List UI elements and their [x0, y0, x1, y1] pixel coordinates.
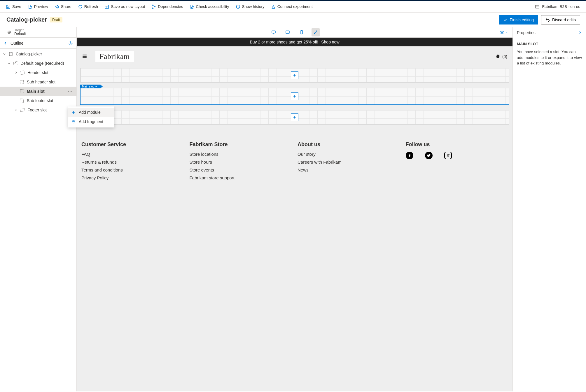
slot-icon: [19, 79, 25, 85]
cart-count: (0): [502, 54, 507, 59]
share-icon: [55, 4, 59, 9]
save-as-layout-label: Save as new layout: [111, 4, 145, 9]
svg-point-24: [501, 32, 503, 33]
add-button[interactable]: [291, 71, 298, 79]
svg-point-26: [449, 154, 449, 155]
tree-footer-slot[interactable]: Footer slot: [0, 105, 76, 115]
add-module-item[interactable]: Add module: [68, 108, 114, 117]
status-badge: Draft: [50, 17, 62, 22]
target-row[interactable]: Target Default: [0, 27, 76, 38]
discard-edits-button[interactable]: Discard edits: [541, 15, 580, 24]
canvas-column: Buy 2 or more shoes and get 25% off! Sho…: [77, 27, 512, 391]
save-as-layout-button[interactable]: Save as new layout: [104, 4, 145, 9]
device-mobile[interactable]: [298, 28, 306, 36]
footer-link[interactable]: Terms and conditions: [81, 167, 184, 172]
tree-root-label: Catalog-picker: [16, 52, 42, 56]
device-expand[interactable]: [312, 28, 320, 36]
dependencies-label: Dependencies: [158, 4, 183, 9]
outline-tree: Catalog-picker Default page (Required) H…: [0, 49, 76, 115]
properties-panel: Properties MAIN SLOT You have selected a…: [512, 27, 586, 391]
save-label: Save: [12, 4, 21, 9]
plus-icon: [293, 94, 297, 98]
slot-tag[interactable]: Main slot: [80, 85, 103, 88]
footer-link[interactable]: Store events: [190, 167, 292, 172]
chevron-down-icon: [505, 31, 508, 34]
tree-main-slot[interactable]: Main slot ···: [0, 87, 76, 96]
footer-slot-label: Footer slot: [27, 108, 47, 112]
main-slot-box[interactable]: Main slot: [80, 88, 509, 105]
share-button[interactable]: Share: [55, 4, 71, 9]
undo-icon: [545, 18, 550, 22]
site-header: Fabrikam (0): [77, 46, 512, 67]
tree-root[interactable]: Catalog-picker: [0, 49, 76, 59]
promo-link[interactable]: Shop now: [321, 40, 339, 44]
footer-link[interactable]: Our story: [298, 152, 400, 157]
footer-link[interactable]: News: [298, 167, 400, 172]
svg-rect-16: [20, 99, 24, 102]
history-label: Show history: [242, 4, 265, 9]
subheader-slot-box[interactable]: [80, 68, 509, 83]
preview-visibility[interactable]: [499, 30, 508, 35]
chevron-right-icon[interactable]: [578, 31, 582, 34]
properties-header[interactable]: Properties: [513, 27, 586, 38]
promo-bar[interactable]: Buy 2 or more shoes and get 25% off! Sho…: [77, 38, 512, 46]
experiment-label: Connect experiment: [277, 4, 313, 9]
refresh-button[interactable]: Refresh: [78, 4, 98, 9]
canvas[interactable]: Buy 2 or more shoes and get 25% off! Sho…: [77, 38, 512, 391]
twitter-icon[interactable]: [425, 152, 433, 159]
facebook-icon[interactable]: [406, 152, 413, 159]
tree-subfooter-slot[interactable]: Sub footer slot: [0, 96, 76, 105]
subheader-slot-label: Sub header slot: [27, 80, 55, 84]
hamburger-icon: [82, 54, 87, 59]
instagram-icon[interactable]: [444, 152, 452, 159]
svg-point-9: [70, 42, 71, 43]
add-button[interactable]: [291, 113, 298, 121]
tree-subheader-slot[interactable]: Sub header slot: [0, 77, 76, 87]
footer-link[interactable]: Careers with Fabrikam: [298, 160, 400, 164]
promo-text: Buy 2 or more shoes and get 25% off!: [250, 40, 318, 44]
footer-link[interactable]: Returns & refunds: [81, 160, 184, 164]
device-bar: [77, 27, 512, 38]
context-menu: Add module Add fragment: [68, 106, 114, 127]
refresh-icon: [78, 4, 83, 9]
save-button[interactable]: Save: [6, 4, 21, 9]
svg-rect-21: [272, 31, 275, 33]
cart-button[interactable]: (0): [495, 54, 507, 59]
social-row: [406, 152, 508, 159]
more-icon[interactable]: ···: [68, 89, 74, 94]
check-accessibility-button[interactable]: Check accessibility: [190, 4, 229, 9]
dependencies-button[interactable]: Dependencies: [151, 4, 183, 9]
footer-link[interactable]: Store locations: [190, 152, 292, 157]
footer-link[interactable]: Fabrikam store support: [190, 175, 292, 180]
add-fragment-item[interactable]: Add fragment: [68, 117, 114, 126]
svg-rect-6: [536, 5, 539, 8]
brand-logo[interactable]: Fabrikam: [95, 51, 134, 62]
device-tablet[interactable]: [284, 28, 292, 36]
device-desktop[interactable]: [270, 28, 278, 36]
subfooter-slot-box[interactable]: [80, 110, 509, 125]
hamburger-button[interactable]: [82, 54, 87, 60]
history-icon: [236, 4, 240, 9]
flask-icon: [271, 4, 276, 9]
tree-header-slot[interactable]: Header slot: [0, 68, 76, 77]
fragment-icon: [71, 119, 76, 124]
svg-rect-14: [20, 80, 24, 84]
properties-title: Properties: [517, 30, 536, 35]
footer-link[interactable]: FAQ: [81, 152, 184, 157]
gear-icon[interactable]: [68, 41, 73, 46]
tree-default-page[interactable]: Default page (Required): [0, 59, 76, 68]
add-button[interactable]: [291, 92, 298, 100]
plus-icon: [71, 110, 76, 115]
show-history-button[interactable]: Show history: [236, 4, 265, 9]
footer-link[interactable]: Store hours: [190, 160, 292, 164]
tree-page-label: Default page (Required): [20, 61, 64, 66]
context-indicator[interactable]: Fabrikam B2B · en-us: [535, 4, 580, 9]
svg-rect-22: [286, 31, 289, 34]
connect-experiment-button[interactable]: Connect experiment: [271, 4, 313, 9]
svg-rect-23: [301, 31, 302, 34]
back-icon[interactable]: [4, 41, 8, 45]
preview-button[interactable]: Preview: [28, 4, 48, 9]
finish-editing-button[interactable]: Finish editing: [499, 15, 538, 24]
slot-icon: [20, 70, 25, 75]
footer-link[interactable]: Privacy Policy: [81, 175, 184, 180]
